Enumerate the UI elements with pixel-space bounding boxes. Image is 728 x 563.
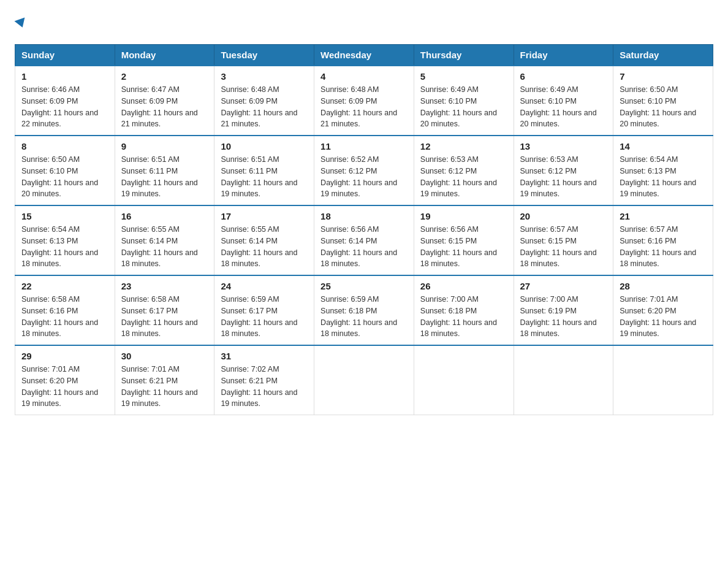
calendar-cell: 20Sunrise: 6:57 AMSunset: 6:15 PMDayligh… xyxy=(514,205,613,275)
page-header xyxy=(15,15,713,32)
day-number: 4 xyxy=(320,71,408,82)
day-info: Sunrise: 6:59 AMSunset: 6:17 PMDaylight:… xyxy=(221,294,308,340)
day-info: Sunrise: 6:51 AMSunset: 6:11 PMDaylight:… xyxy=(121,154,208,200)
calendar-cell: 22Sunrise: 6:58 AMSunset: 6:16 PMDayligh… xyxy=(15,275,115,345)
calendar-cell xyxy=(414,345,514,415)
day-info: Sunrise: 6:57 AMSunset: 6:15 PMDaylight:… xyxy=(520,224,607,270)
day-info: Sunrise: 6:59 AMSunset: 6:18 PMDaylight:… xyxy=(320,294,408,340)
day-number: 5 xyxy=(420,71,507,82)
calendar-cell: 14Sunrise: 6:54 AMSunset: 6:13 PMDayligh… xyxy=(613,136,713,205)
day-number: 23 xyxy=(121,281,208,291)
calendar-cell: 3Sunrise: 6:48 AMSunset: 6:09 PMDaylight… xyxy=(214,66,314,136)
day-number: 25 xyxy=(320,281,408,291)
calendar-cell: 18Sunrise: 6:56 AMSunset: 6:14 PMDayligh… xyxy=(314,205,414,275)
day-number: 22 xyxy=(21,281,108,291)
day-info: Sunrise: 6:58 AMSunset: 6:17 PMDaylight:… xyxy=(121,294,208,340)
day-info: Sunrise: 6:54 AMSunset: 6:13 PMDaylight:… xyxy=(620,154,707,200)
column-header-sunday: Sunday xyxy=(15,45,115,66)
column-header-friday: Friday xyxy=(514,45,613,66)
day-number: 30 xyxy=(121,351,208,361)
day-info: Sunrise: 7:01 AMSunset: 6:20 PMDaylight:… xyxy=(620,294,707,340)
day-number: 16 xyxy=(121,211,208,221)
day-number: 28 xyxy=(620,281,707,291)
day-info: Sunrise: 6:53 AMSunset: 6:12 PMDaylight:… xyxy=(420,154,507,200)
calendar-cell: 31Sunrise: 7:02 AMSunset: 6:21 PMDayligh… xyxy=(214,345,314,415)
day-number: 12 xyxy=(420,141,507,151)
day-number: 20 xyxy=(520,211,607,221)
calendar-cell: 21Sunrise: 6:57 AMSunset: 6:16 PMDayligh… xyxy=(613,205,713,275)
column-header-thursday: Thursday xyxy=(414,45,514,66)
day-number: 14 xyxy=(620,141,707,151)
calendar-week-row: 22Sunrise: 6:58 AMSunset: 6:16 PMDayligh… xyxy=(15,275,713,345)
calendar-cell: 23Sunrise: 6:58 AMSunset: 6:17 PMDayligh… xyxy=(115,275,214,345)
day-number: 17 xyxy=(221,211,308,221)
day-info: Sunrise: 6:52 AMSunset: 6:12 PMDaylight:… xyxy=(320,154,408,200)
day-number: 19 xyxy=(420,211,507,221)
day-info: Sunrise: 7:02 AMSunset: 6:21 PMDaylight:… xyxy=(221,364,308,410)
day-number: 3 xyxy=(221,71,308,82)
day-number: 8 xyxy=(21,141,108,151)
day-info: Sunrise: 6:54 AMSunset: 6:13 PMDaylight:… xyxy=(21,224,108,270)
day-number: 21 xyxy=(620,211,707,221)
calendar-cell: 29Sunrise: 7:01 AMSunset: 6:20 PMDayligh… xyxy=(15,345,115,415)
calendar-cell: 15Sunrise: 6:54 AMSunset: 6:13 PMDayligh… xyxy=(15,205,115,275)
day-info: Sunrise: 7:01 AMSunset: 6:20 PMDaylight:… xyxy=(21,364,108,410)
day-info: Sunrise: 6:49 AMSunset: 6:10 PMDaylight:… xyxy=(520,84,607,130)
calendar-cell: 9Sunrise: 6:51 AMSunset: 6:11 PMDaylight… xyxy=(115,136,214,205)
calendar-cell: 6Sunrise: 6:49 AMSunset: 6:10 PMDaylight… xyxy=(514,66,613,136)
logo-general-text xyxy=(15,15,27,32)
logo xyxy=(15,15,27,32)
day-number: 15 xyxy=(21,211,108,221)
calendar-week-row: 29Sunrise: 7:01 AMSunset: 6:20 PMDayligh… xyxy=(15,345,713,415)
day-info: Sunrise: 6:56 AMSunset: 6:15 PMDaylight:… xyxy=(420,224,507,270)
calendar-cell: 7Sunrise: 6:50 AMSunset: 6:10 PMDaylight… xyxy=(613,66,713,136)
day-info: Sunrise: 6:50 AMSunset: 6:10 PMDaylight:… xyxy=(620,84,707,130)
calendar-cell xyxy=(314,345,414,415)
day-info: Sunrise: 6:47 AMSunset: 6:09 PMDaylight:… xyxy=(121,84,208,130)
day-info: Sunrise: 6:55 AMSunset: 6:14 PMDaylight:… xyxy=(121,224,208,270)
calendar-cell: 2Sunrise: 6:47 AMSunset: 6:09 PMDaylight… xyxy=(115,66,214,136)
calendar-cell: 5Sunrise: 6:49 AMSunset: 6:10 PMDaylight… xyxy=(414,66,514,136)
day-info: Sunrise: 6:57 AMSunset: 6:16 PMDaylight:… xyxy=(620,224,707,270)
day-info: Sunrise: 7:00 AMSunset: 6:19 PMDaylight:… xyxy=(520,294,607,340)
calendar-cell: 27Sunrise: 7:00 AMSunset: 6:19 PMDayligh… xyxy=(514,275,613,345)
calendar-cell: 13Sunrise: 6:53 AMSunset: 6:12 PMDayligh… xyxy=(514,136,613,205)
calendar-cell: 4Sunrise: 6:48 AMSunset: 6:09 PMDaylight… xyxy=(314,66,414,136)
calendar-cell: 10Sunrise: 6:51 AMSunset: 6:11 PMDayligh… xyxy=(214,136,314,205)
day-number: 10 xyxy=(221,141,308,151)
calendar-cell: 28Sunrise: 7:01 AMSunset: 6:20 PMDayligh… xyxy=(613,275,713,345)
day-info: Sunrise: 6:46 AMSunset: 6:09 PMDaylight:… xyxy=(21,84,108,130)
calendar-cell: 8Sunrise: 6:50 AMSunset: 6:10 PMDaylight… xyxy=(15,136,115,205)
calendar-cell: 19Sunrise: 6:56 AMSunset: 6:15 PMDayligh… xyxy=(414,205,514,275)
day-number: 26 xyxy=(420,281,507,291)
calendar-week-row: 1Sunrise: 6:46 AMSunset: 6:09 PMDaylight… xyxy=(15,66,713,136)
day-number: 27 xyxy=(520,281,607,291)
logo-triangle-icon xyxy=(14,17,28,29)
calendar-cell: 11Sunrise: 6:52 AMSunset: 6:12 PMDayligh… xyxy=(314,136,414,205)
column-header-saturday: Saturday xyxy=(613,45,713,66)
day-info: Sunrise: 6:50 AMSunset: 6:10 PMDaylight:… xyxy=(21,154,108,200)
day-info: Sunrise: 7:01 AMSunset: 6:21 PMDaylight:… xyxy=(121,364,208,410)
day-number: 9 xyxy=(121,141,208,151)
calendar-cell: 12Sunrise: 6:53 AMSunset: 6:12 PMDayligh… xyxy=(414,136,514,205)
day-number: 7 xyxy=(620,71,707,82)
day-number: 24 xyxy=(221,281,308,291)
day-number: 1 xyxy=(21,71,108,82)
day-info: Sunrise: 7:00 AMSunset: 6:18 PMDaylight:… xyxy=(420,294,507,340)
day-info: Sunrise: 6:55 AMSunset: 6:14 PMDaylight:… xyxy=(221,224,308,270)
calendar-cell: 30Sunrise: 7:01 AMSunset: 6:21 PMDayligh… xyxy=(115,345,214,415)
day-number: 13 xyxy=(520,141,607,151)
day-info: Sunrise: 6:48 AMSunset: 6:09 PMDaylight:… xyxy=(320,84,408,130)
day-info: Sunrise: 6:48 AMSunset: 6:09 PMDaylight:… xyxy=(221,84,308,130)
calendar-header-row: SundayMondayTuesdayWednesdayThursdayFrid… xyxy=(15,45,713,66)
calendar-week-row: 8Sunrise: 6:50 AMSunset: 6:10 PMDaylight… xyxy=(15,136,713,205)
calendar-week-row: 15Sunrise: 6:54 AMSunset: 6:13 PMDayligh… xyxy=(15,205,713,275)
column-header-monday: Monday xyxy=(115,45,214,66)
day-number: 31 xyxy=(221,351,308,361)
day-info: Sunrise: 6:49 AMSunset: 6:10 PMDaylight:… xyxy=(420,84,507,130)
calendar-cell: 1Sunrise: 6:46 AMSunset: 6:09 PMDaylight… xyxy=(15,66,115,136)
day-number: 6 xyxy=(520,71,607,82)
calendar-cell: 17Sunrise: 6:55 AMSunset: 6:14 PMDayligh… xyxy=(214,205,314,275)
calendar-cell: 24Sunrise: 6:59 AMSunset: 6:17 PMDayligh… xyxy=(214,275,314,345)
day-info: Sunrise: 6:53 AMSunset: 6:12 PMDaylight:… xyxy=(520,154,607,200)
